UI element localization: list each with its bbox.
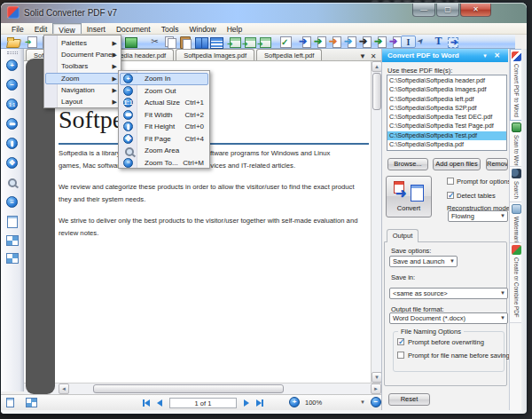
continuous-view-status-icon[interactable]	[26, 398, 37, 407]
menu-item[interactable]: Window	[184, 23, 222, 34]
remove-button[interactable]: Remove	[486, 158, 508, 170]
zoom-to-icon[interactable]: ≡	[6, 196, 18, 208]
view-menu-item[interactable]: Document Panes▶	[44, 49, 121, 60]
columns-icon[interactable]	[193, 36, 208, 48]
menu-item[interactable]: Tools	[156, 23, 184, 34]
convert-pdf-icon[interactable]	[24, 36, 39, 48]
continuous-view-icon[interactable]	[6, 235, 19, 246]
pdf-file-item[interactable]: C:\Softpedia\Softpedia left.pdf	[387, 95, 506, 104]
zoom-level[interactable]: 100%	[305, 399, 355, 407]
actual-size-icon[interactable]: 1:1	[6, 99, 18, 110]
menu-item[interactable]: Document	[111, 23, 156, 34]
zoom-in-icon[interactable]: +	[6, 59, 18, 71]
pdf-file-item[interactable]: C:\Softpedia\Softpedia Test DEC.pdf	[387, 113, 506, 122]
fit-height-icon[interactable]	[6, 138, 18, 149]
zoom-menu-item[interactable]: 1:1Actual SizeCtrl+1	[119, 97, 209, 109]
zoom-menu-item[interactable]: ≡Zoom To...Ctrl+M	[119, 157, 209, 170]
media-icon[interactable]	[123, 36, 138, 48]
page-indicator[interactable]: 1 of 1	[169, 398, 237, 408]
view-menu-item[interactable]: Palettes▶	[44, 37, 121, 49]
reading-order-icon[interactable]	[208, 36, 223, 48]
validate-icon[interactable]	[278, 36, 293, 48]
menu-item[interactable]: View	[52, 23, 81, 34]
menu-item[interactable]: Edit	[29, 23, 53, 34]
tab-close-icon[interactable]: ✕	[368, 52, 379, 60]
pdf-file-item[interactable]: C:\Softpedia\Softpedia Test Page.pdf	[387, 122, 506, 130]
zoom-menu-item[interactable]: ✥Fit PageCtrl+4	[119, 133, 209, 146]
menu-item[interactable]: Insert	[82, 23, 111, 34]
table-to-excel-icon[interactable]	[227, 36, 242, 48]
save-in-select[interactable]: <same as source>▼	[389, 288, 508, 299]
horizontal-scroll-thumb[interactable]	[93, 384, 284, 393]
side-tab[interactable]: Convert PDF to Word	[510, 49, 522, 121]
zoom-dropdown-icon[interactable]: ▼	[360, 399, 365, 405]
first-page-button[interactable]	[143, 399, 150, 407]
table-edit-icon[interactable]	[257, 36, 272, 48]
add-open-files-button[interactable]: Add open files	[433, 158, 481, 170]
browse-button[interactable]: Browse...	[387, 158, 428, 170]
side-tab[interactable]: Watermarks	[510, 202, 522, 243]
view-menu-item[interactable]: Toolbars▶	[44, 60, 121, 72]
pdf-file-item[interactable]: C:\Softpedia\Softpedia S2P.pdf	[387, 104, 506, 113]
view-menu-item[interactable]: Layout▶	[44, 96, 121, 107]
pdf-file-item[interactable]: C:\Softpedia\Softpedia.pdf	[387, 140, 506, 149]
minimize-button[interactable]: —	[412, 4, 435, 17]
single-page-icon[interactable]	[7, 216, 18, 228]
document-tab[interactable]: Softpedia Images.pdf	[176, 49, 254, 60]
previous-page-button[interactable]	[157, 399, 162, 407]
convert-to-html-icon[interactable]	[340, 36, 356, 48]
title-bar[interactable]: Solid Converter PDF v7 — ▢ ✕	[1, 3, 527, 23]
status-zoom-out-icon[interactable]: −	[371, 397, 381, 407]
zoom-menu-item[interactable]: −Zoom Out	[119, 85, 209, 98]
zoom-area-icon[interactable]	[6, 177, 18, 188]
single-page-view-icon[interactable]	[6, 398, 14, 407]
convert-to-word-icon[interactable]	[295, 36, 310, 48]
copy-icon[interactable]	[162, 36, 177, 48]
last-page-button[interactable]	[256, 399, 263, 407]
zoom-menu-item[interactable]: Fit HeightCtrl+0	[119, 121, 209, 133]
convert-button[interactable]: ➜ Convert	[386, 176, 432, 217]
next-page-button[interactable]	[244, 399, 249, 407]
convert-to-image-icon[interactable]	[386, 36, 401, 48]
side-tab[interactable]: Search	[510, 167, 522, 202]
document-tab[interactable]: Softpedia left.pdf	[256, 49, 322, 60]
zoom-menu-item[interactable]: Fit WidthCtrl+2	[119, 109, 209, 122]
status-zoom-in-icon[interactable]: +	[289, 397, 300, 407]
side-tab[interactable]: Scan to Word	[510, 121, 522, 167]
view-menu-item[interactable]: Navigation▶	[44, 84, 121, 96]
select-text-icon[interactable]: I	[401, 36, 416, 48]
menu-item[interactable]: File	[6, 23, 29, 34]
convert-to-excel-icon[interactable]	[310, 36, 325, 48]
menu-item[interactable]: Help	[222, 23, 247, 34]
close-button[interactable]: ✕	[460, 4, 491, 17]
vertical-scroll-thumb[interactable]	[372, 73, 381, 110]
side-tab[interactable]: Create or Combine PDF	[510, 243, 522, 323]
pdf-file-item[interactable]: C:\Softpedia\Softpedia header.pdf	[387, 76, 506, 85]
prompt-for-options-checkbox[interactable]	[447, 178, 454, 185]
pdf-file-item[interactable]: C:\Softpedia\Softpedia Images.pdf	[387, 85, 506, 94]
vertical-scrollbar[interactable]: ▲ ▼	[371, 61, 381, 383]
zoom-out-icon[interactable]: −	[6, 79, 18, 91]
fit-page-icon[interactable]: ✥	[6, 157, 18, 169]
pdf-file-item[interactable]: C:\Softpedia\Softpedia Test.pdf	[387, 131, 506, 140]
panel-header[interactable]: Convert PDF to Word ▼ ✕	[382, 49, 508, 62]
paste-icon[interactable]	[177, 36, 192, 48]
convert-to-powerpoint-icon[interactable]	[325, 36, 340, 48]
detect-tables-checkbox[interactable]	[447, 192, 454, 199]
output-format-select[interactable]: Word Document (*.docx)▼	[389, 312, 508, 324]
convert-to-excel2-icon[interactable]	[371, 36, 386, 48]
save-options-select[interactable]: Save and Launch▼	[389, 256, 458, 267]
horizontal-scrollbar[interactable]: ◄ ►	[24, 383, 381, 394]
prompt-before-overwriting-checkbox[interactable]	[397, 338, 404, 345]
maximize-button[interactable]: ▢	[436, 4, 459, 17]
fit-width-icon[interactable]	[6, 118, 18, 130]
tab-list-icon[interactable]: ▼	[357, 52, 368, 60]
cut-icon[interactable]: ✂	[147, 36, 162, 48]
zoom-menu-item[interactable]: +Zoom In	[119, 73, 209, 85]
convert-to-text-icon[interactable]	[356, 36, 371, 48]
prompt-for-file-name-checkbox[interactable]	[397, 352, 404, 359]
output-tab[interactable]: Output	[387, 229, 419, 242]
toolbar-grip[interactable]	[7, 51, 18, 54]
reset-button[interactable]: Reset	[388, 393, 430, 406]
open-icon[interactable]	[5, 36, 20, 48]
